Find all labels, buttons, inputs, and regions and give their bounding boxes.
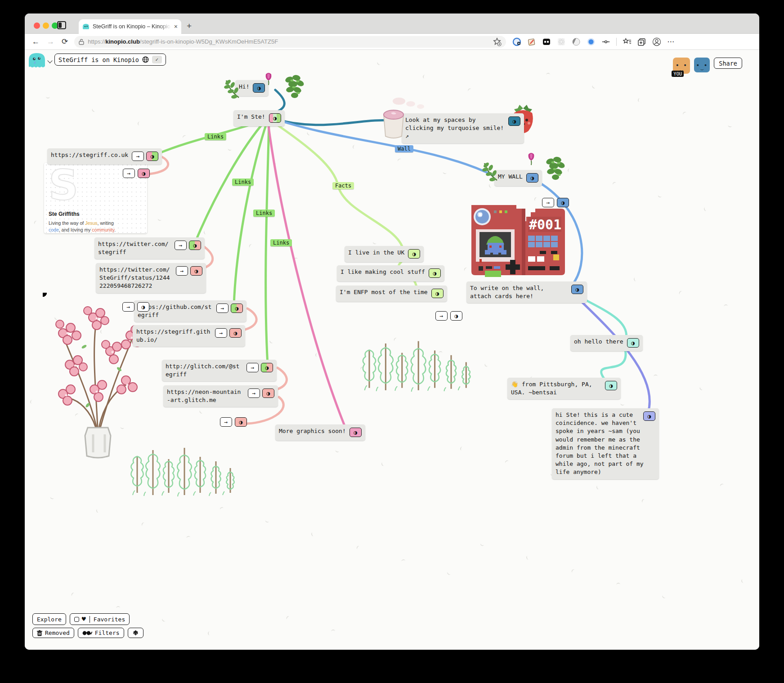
open-link-button[interactable]: → [123,169,135,178]
coffee-mug-decoration[interactable] [376,93,434,143]
open-link-button[interactable]: → [216,304,228,313]
connector-button[interactable]: ◑ [508,116,520,126]
connector-button[interactable]: ◑ [627,338,639,348]
connection-path[interactable] [266,122,269,365]
trees-image-card-left[interactable] [126,425,243,499]
back-button[interactable]: ← [32,37,40,46]
connector-button[interactable]: ◑ [235,417,247,427]
open-link-button[interactable]: → [175,241,187,250]
card-steco[interactable]: →◑https://stegriff.co.uk [47,148,162,165]
removed-button[interactable]: Removed [32,628,74,638]
connection-label-links4[interactable]: Links [270,239,292,246]
user-avatar-you[interactable]: • •‿ YOU [673,58,690,74]
filters-button[interactable]: Filters [78,628,124,638]
refresh-button[interactable]: ⟳ [62,37,68,46]
flowers-image-buttons[interactable]: →◑ [122,302,149,312]
open-link-button[interactable]: → [542,198,554,207]
favorites-list-icon[interactable] [623,37,632,46]
trees-image-card-right[interactable] [358,316,475,399]
open-link-button[interactable]: → [220,417,232,427]
connection-path[interactable] [268,123,346,429]
connector-button[interactable]: ◑ [261,363,273,372]
card-fact2[interactable]: ◑I like making cool stuff [337,265,444,281]
card-neon[interactable]: →◑https://neon-mountain-art.glitch.me [163,385,278,407]
password-manager-extension-icon[interactable] [512,37,521,46]
address-bar[interactable]: https://kinopio.club/stegriff-is-on-kino… [74,36,506,48]
card-gh[interactable]: →◑https://github.com/stegriff [134,300,246,322]
connection-label-links3[interactable]: Links [253,210,275,217]
open-link-button[interactable]: → [122,302,134,312]
connector-button[interactable]: ◑ [429,268,441,278]
connector-button[interactable]: ◑ [190,266,202,276]
kinopio-logo-button[interactable] [27,52,52,69]
favorites-checkbox[interactable] [74,617,79,622]
open-link-button[interactable]: → [176,266,188,276]
favorites-button[interactable]: ♥ Favorites [70,613,130,625]
card-sam[interactable]: ◑hi Ste! this is a cute coincidence. we … [552,408,659,479]
explore-button[interactable]: Explore [32,613,66,625]
trees-right-image-buttons[interactable]: →◑ [435,311,462,321]
minimap-flower-button[interactable] [128,628,143,638]
card-imste[interactable]: ◑I'm Ste! [233,110,285,126]
connector-button[interactable]: ◑ [408,249,420,259]
key-extension-icon[interactable] [601,37,610,46]
card-pitts[interactable]: ◑👋 from Pittsburgh, PA, USA. ~bentsai [507,378,621,399]
new-tab-button[interactable]: + [187,22,192,31]
blue-dot-extension-icon[interactable] [587,37,596,46]
connector-button[interactable]: ◑ [138,169,150,178]
open-link-button[interactable]: → [132,152,144,161]
profile-icon[interactable] [652,37,661,46]
close-window-button[interactable] [34,22,40,29]
connector-button[interactable]: ◑ [349,428,362,437]
connector-button[interactable]: ◑ [450,311,462,321]
open-link-button[interactable]: → [246,363,259,372]
card-ghio[interactable]: →◑https://stegriff.github.io/ [133,325,245,347]
card-fact1[interactable]: ◑I live in the UK [345,246,424,262]
browser-tab[interactable]: SteGriff is on Kinopio – Kinopio × [79,19,181,34]
settings-menu-icon[interactable]: ⋯ [667,37,675,46]
card-towrite[interactable]: ◑To write on the wall, attach cards here… [466,281,587,303]
mywall-card-plants[interactable] [481,152,571,191]
connector-button[interactable]: ◑ [231,304,243,313]
connector-button[interactable]: ◑ [557,198,569,207]
kinopio-canvas[interactable]: #001 S Ste Griffiths Living the way of J… [25,50,759,650]
open-link-button[interactable]: → [215,328,227,338]
add-favorite-icon[interactable] [493,37,502,46]
trees-left-image-buttons[interactable]: →◑ [220,417,247,427]
gray-extension-icon[interactable] [572,37,581,46]
connector-button[interactable]: ◑ [229,328,242,338]
website-image-buttons[interactable]: →◑ [123,169,150,178]
react-devtools-extension-icon[interactable] [557,37,566,46]
card-ohhello[interactable]: ◑oh hello there [570,335,643,351]
connector-button[interactable]: ◑ [146,152,158,161]
connector-button[interactable]: ◑ [189,241,201,250]
user-avatar-guest[interactable]: • •‿ [694,58,710,72]
forward-button[interactable]: → [47,37,54,46]
card-fact3[interactable]: ◑I'm ENFP most of the time [336,286,447,302]
open-link-button[interactable]: → [435,311,448,321]
tab-overview-icon[interactable] [57,21,66,29]
connector-button[interactable]: ◑ [137,302,149,312]
connector-button[interactable]: ◑ [605,381,617,390]
pokedex-image-buttons[interactable]: →◑ [542,198,569,207]
tab-close-icon[interactable]: × [174,23,178,30]
notes-extension-icon[interactable] [527,37,536,46]
card-more[interactable]: ◑More graphics soon! [275,424,365,441]
card-tw2[interactable]: →◑https://twitter.com/SteGriff/status/12… [96,263,206,293]
share-button[interactable]: Share [714,58,742,69]
connector-button[interactable]: ◑ [643,411,655,421]
connector-button[interactable]: ◑ [269,113,281,123]
card-tw1[interactable]: →◑https://twitter.com/stegriff [94,237,205,259]
connector-button[interactable]: ◑ [262,388,274,398]
card-glitch[interactable]: →◑http://glitch.com/@stegriff [162,360,277,381]
connection-label-links2[interactable]: Links [232,179,254,186]
dark-reader-extension-icon[interactable] [542,37,551,46]
connection-label-facts[interactable]: Facts [332,182,354,189]
connection-label-wall[interactable]: Wall [395,145,413,152]
pokedex-image-card[interactable]: #001 [468,199,566,281]
collections-icon[interactable] [637,37,646,46]
minimize-window-button[interactable] [43,22,49,29]
open-link-button[interactable]: → [248,388,260,398]
connector-button[interactable]: ◑ [431,289,444,298]
space-name-button[interactable]: SteGriff is on Kinopio ✓ [54,54,166,66]
